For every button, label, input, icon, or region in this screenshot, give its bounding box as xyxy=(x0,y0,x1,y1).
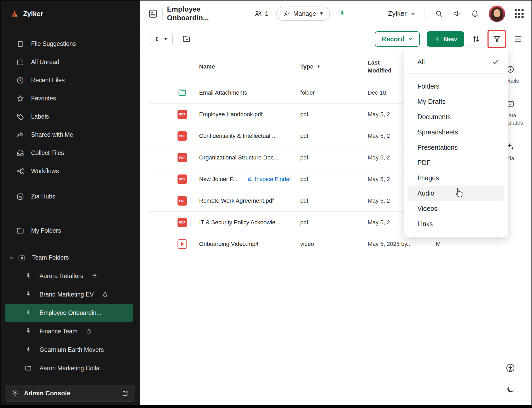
sidebar-item-label: Finance Team xyxy=(40,328,77,335)
search-icon[interactable] xyxy=(435,10,443,18)
lock-icon xyxy=(86,328,92,334)
pdf-file-icon: PDF xyxy=(178,153,187,162)
tree-view-icon xyxy=(155,36,161,42)
file-name: IT & Security Policy Acknowle... xyxy=(199,219,300,226)
invoice-finder-label: Invoice Finder xyxy=(255,176,291,183)
new-label: New xyxy=(444,35,457,43)
filter-menu-item-images[interactable]: Images xyxy=(404,170,508,186)
filter-menu-item-links[interactable]: Links xyxy=(404,216,508,231)
column-type[interactable]: Type xyxy=(300,63,368,70)
admin-console-label: Admin Console xyxy=(24,390,70,397)
filter-menu-item-pdf[interactable]: PDF xyxy=(404,155,508,170)
sidebar-item-label: Workflows xyxy=(31,168,59,175)
file-type: pdf xyxy=(300,154,368,161)
manage-button[interactable]: Manage xyxy=(276,7,330,21)
sidebar-item-label: Aaron Marketing Colla... xyxy=(40,365,105,372)
sidebar-item-label: Labels xyxy=(31,113,49,120)
view-switcher-button[interactable] xyxy=(150,33,173,45)
members-icon xyxy=(254,9,262,18)
sidebar-item-zia-hubs[interactable]: za Zia Hubs xyxy=(1,187,140,206)
sidebar-item-favorites[interactable]: Favorites xyxy=(1,89,140,108)
filter-menu: All Folders My Drafts Documents Spreadsh… xyxy=(404,48,508,237)
page-title: Employee Onboardin... xyxy=(167,5,214,22)
sidebar-item-label: Favorites xyxy=(31,95,56,102)
pin-icon xyxy=(25,273,32,279)
sidebar-item-collect-files[interactable]: Collect Files xyxy=(1,144,140,162)
new-button[interactable]: New xyxy=(427,31,464,47)
file-modified: May 5, 2025 by... xyxy=(368,241,436,247)
sidebar-item-labels[interactable]: Labels xyxy=(1,108,140,126)
folder-icon xyxy=(16,227,24,235)
file-type: video xyxy=(300,241,368,247)
members-button[interactable]: 1 xyxy=(254,9,268,18)
sidebar-team-folder-brand-marketing[interactable]: Brand Marketing EV xyxy=(5,285,133,304)
sidebar-team-folder-aaron-marketing[interactable]: Aaron Marketing Colla... xyxy=(5,359,133,377)
brand-logo[interactable]: Zylker xyxy=(1,1,140,27)
file-name: Onboarding Video.mp4 xyxy=(199,241,300,247)
manage-label: Manage xyxy=(293,10,316,17)
filter-button-highlighted[interactable] xyxy=(487,30,506,48)
admin-console-button[interactable]: Admin Console xyxy=(5,385,135,402)
unread-icon xyxy=(16,58,24,66)
collect-icon xyxy=(16,149,24,157)
sidebar-team-folder-finance-team[interactable]: Finance Team xyxy=(5,322,133,341)
sidebar-team-folder-gearnium[interactable]: Gearnium Earth Movers xyxy=(5,341,133,359)
check-icon xyxy=(492,59,499,65)
sidebar-team-folder-employee-onboarding[interactable]: Employee Onboardin... xyxy=(5,304,133,322)
zylker-logo-icon xyxy=(10,9,19,18)
column-last-modified[interactable]: Last Modified xyxy=(368,59,386,74)
file-suggestions-icon xyxy=(16,40,24,48)
move-folder-icon[interactable] xyxy=(182,35,191,43)
filter-icon xyxy=(493,35,501,43)
sidebar-team-folder-aurora-retailers[interactable]: Aurora Retailers xyxy=(5,267,133,285)
sort-icon[interactable] xyxy=(472,35,481,43)
filter-menu-item-documents[interactable]: Documents xyxy=(404,109,508,124)
filter-menu-item-folders[interactable]: Folders xyxy=(404,79,508,94)
announcement-icon[interactable] xyxy=(453,10,461,18)
file-name: New Joiner F... xyxy=(199,176,238,183)
sidebar-item-recent-files[interactable]: Recent Files xyxy=(1,71,140,89)
plus-icon xyxy=(434,36,440,42)
header: Employee Onboardin... 1 Manage Zylker xyxy=(140,1,531,27)
pin-icon[interactable] xyxy=(338,10,346,17)
svg-text:za: za xyxy=(19,195,22,198)
invoice-finder-link[interactable]: Invoice Finder xyxy=(248,176,291,183)
filter-menu-item-presentations[interactable]: Presentations xyxy=(404,140,508,155)
file-type: pdf xyxy=(300,176,368,183)
divider xyxy=(425,8,425,20)
pin-icon xyxy=(25,309,32,316)
filter-menu-item-my-drafts[interactable]: My Drafts xyxy=(404,94,508,109)
brand-name: Zylker xyxy=(23,10,43,18)
avatar[interactable] xyxy=(489,6,505,22)
sidebar-item-my-folders[interactable]: My Folders xyxy=(1,222,140,240)
record-button[interactable]: Record xyxy=(375,31,420,47)
filter-menu-item-audio[interactable]: Audio xyxy=(408,186,504,201)
filter-menu-item-spreadsheets[interactable]: Spreadsheets xyxy=(404,124,508,140)
filter-menu-item-all[interactable]: All xyxy=(404,54,508,70)
workspace-switcher[interactable]: Zylker xyxy=(388,9,416,18)
sidebar-item-label: Zia Hubs xyxy=(31,193,55,200)
accessibility-icon[interactable] xyxy=(506,363,515,373)
column-name[interactable]: Name xyxy=(199,63,300,70)
sidebar-item-shared-with-me[interactable]: Shared with Me xyxy=(1,126,140,144)
pdf-file-icon: PDF xyxy=(178,131,187,141)
bell-icon[interactable] xyxy=(471,10,479,18)
list-menu-icon[interactable] xyxy=(514,35,523,43)
sidebar-item-file-suggestions[interactable]: File Suggestions xyxy=(1,35,140,53)
sidebar-item-workflows[interactable]: Workflows xyxy=(1,162,140,180)
pdf-file-icon: PDF xyxy=(178,174,187,184)
sidebar-item-team-folders[interactable]: Team Folders xyxy=(1,249,140,267)
zia-hubs-icon: za xyxy=(16,193,24,201)
invoice-finder-icon xyxy=(248,177,253,182)
filter-menu-item-videos[interactable]: Videos xyxy=(404,201,508,216)
moon-icon[interactable] xyxy=(506,385,515,394)
sidebar-item-label: Shared with Me xyxy=(31,131,73,138)
sidebar-item-all-unread[interactable]: All Unread xyxy=(1,53,140,71)
folder-file-icon xyxy=(178,88,187,97)
column-type-label: Type xyxy=(300,63,313,70)
apps-grid-icon[interactable] xyxy=(515,9,524,18)
pdf-file-icon: PDF xyxy=(178,218,187,227)
sidebar-item-label: All Unread xyxy=(31,59,59,66)
sidebar-item-label: Aurora Retailers xyxy=(40,273,83,280)
video-file-icon xyxy=(178,239,187,249)
